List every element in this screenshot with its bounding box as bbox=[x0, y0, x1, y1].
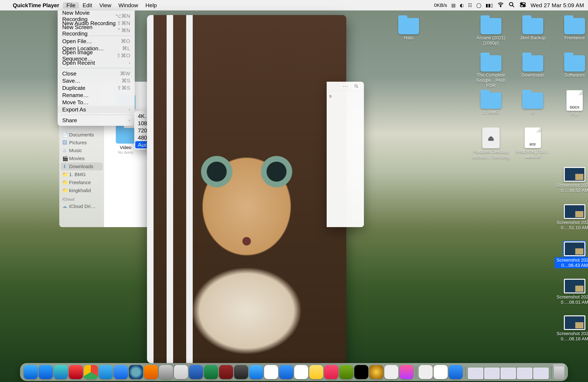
sidebar-item-freelance[interactable]: 📁Freelance bbox=[59, 178, 104, 186]
folder-icon bbox=[481, 18, 502, 34]
desktop-item[interactable]: Screenshot 2024-0…06.43 AM bbox=[555, 241, 588, 268]
folder-icon: ♫ bbox=[62, 148, 67, 153]
dock-app-app-gold[interactable] bbox=[369, 365, 383, 379]
dock-app-calendar[interactable] bbox=[264, 365, 278, 379]
desktop-item[interactable]: 0 bbox=[513, 92, 553, 115]
menu-item-open-file-[interactable]: Open File…⌘O bbox=[58, 38, 135, 45]
desktop-item[interactable]: Parallels Desktop Activati…Tool.dmg bbox=[471, 127, 511, 160]
desktop-item[interactable]: The Complete Google…PAID FOR bbox=[471, 55, 511, 88]
dock-app-reminders[interactable] bbox=[294, 365, 308, 379]
menu-item-save-[interactable]: Save…⌘S bbox=[58, 77, 135, 84]
menu-item-open-recent[interactable]: Open Recent› bbox=[58, 59, 135, 66]
menu-item-new-screen-recording[interactable]: New Screen Recording⌃⌘N bbox=[58, 27, 135, 34]
dock-app-photos[interactable] bbox=[434, 365, 448, 379]
desktop[interactable]: HaloArcane (2021) [1080p]Jibril BackupFr… bbox=[389, 18, 582, 340]
desktop-item[interactable]: Downloads bbox=[513, 55, 553, 78]
desktop-item[interactable]: Jibril Backup bbox=[513, 18, 553, 41]
dock-window-thumb[interactable] bbox=[517, 368, 532, 379]
dock-window-thumb[interactable] bbox=[501, 368, 516, 379]
desktop-item[interactable]: Freelance bbox=[555, 18, 588, 41]
dock-app-skype[interactable] bbox=[99, 365, 113, 379]
status-icon-1[interactable]: ▤ bbox=[451, 3, 456, 8]
menu-item-open-image-sequence-[interactable]: Open Image Sequence…⇧⌘O bbox=[58, 52, 135, 59]
battery-icon[interactable]: ▮▮▯ bbox=[485, 3, 493, 8]
menu-item-new-movie-recording[interactable]: New Movie Recording⌥⌘N bbox=[58, 12, 135, 20]
dock-app-finder[interactable] bbox=[24, 365, 38, 379]
folder-icon: ⬇ bbox=[62, 164, 67, 169]
menu-view[interactable]: View bbox=[96, 2, 115, 8]
user-icon[interactable]: ◯ bbox=[476, 3, 481, 8]
dock-app-chrome[interactable] bbox=[84, 365, 98, 379]
search-icon[interactable] bbox=[508, 1, 515, 9]
dock-app-appstore[interactable] bbox=[114, 365, 128, 379]
desktop-item[interactable]: Softwares bbox=[555, 55, 588, 78]
dock-app-quicktime[interactable] bbox=[129, 365, 143, 379]
dock-app-opera[interactable] bbox=[69, 365, 83, 379]
menu-item-export-as[interactable]: Export As› bbox=[58, 106, 135, 113]
dock-app-shortcuts[interactable] bbox=[399, 365, 413, 379]
dock-window-thumb[interactable] bbox=[468, 368, 483, 379]
desktop-item[interactable]: Halo bbox=[389, 18, 429, 41]
desktop-item[interactable]: DOCXPW bbox=[555, 90, 588, 117]
menu-file[interactable]: File bbox=[63, 2, 79, 8]
sidebar-item-1-bmg[interactable]: 📁1. BMG bbox=[59, 170, 104, 178]
dock-app-screenshot[interactable] bbox=[419, 365, 433, 379]
dock-app-app-b[interactable] bbox=[339, 365, 353, 379]
menu-item-rename-[interactable]: Rename… bbox=[58, 91, 135, 99]
app-name[interactable]: QuickTime Player bbox=[9, 2, 63, 8]
desktop-item[interactable]: Screenshot 2024-0….48.52 AM bbox=[555, 167, 588, 193]
sidebar-item-movies[interactable]: 🎬Movies bbox=[59, 154, 104, 162]
menu-item-share[interactable]: Share› bbox=[58, 117, 135, 124]
desktop-item[interactable]: Arcane (2021) [1080p] bbox=[471, 18, 511, 46]
dock-app-calculator[interactable] bbox=[234, 365, 248, 379]
wifi-icon[interactable] bbox=[497, 1, 504, 9]
dock-app-weather[interactable] bbox=[279, 365, 293, 379]
dock-app-music[interactable] bbox=[324, 365, 338, 379]
menu-help[interactable]: Help bbox=[142, 2, 160, 8]
menu-item-duplicate[interactable]: Duplicate⇧⌘S bbox=[58, 84, 135, 91]
folder-icon bbox=[481, 92, 502, 109]
dock-app-word[interactable] bbox=[189, 365, 203, 379]
sidebar-item-pictures[interactable]: 🖼Pictures bbox=[59, 139, 104, 147]
dock-app-files-app[interactable] bbox=[449, 365, 463, 379]
status-icon-2[interactable]: ◐ bbox=[460, 3, 464, 8]
desktop-item-label: Screenshot 2024-0….51.10 AM bbox=[555, 220, 588, 230]
dock-app-mail[interactable] bbox=[249, 365, 263, 379]
desktop-item[interactable]: RTFRead-me_Про…меня.rtf bbox=[513, 127, 553, 159]
dock-app-notes[interactable] bbox=[309, 365, 323, 379]
dock-app-excel[interactable] bbox=[204, 365, 218, 379]
dock-app-launchpad[interactable] bbox=[174, 365, 188, 379]
dock-app-dictionary[interactable] bbox=[219, 365, 233, 379]
status-icon-3[interactable]: ☷ bbox=[468, 3, 472, 8]
desktop-item[interactable]: Screenshot 2024-0….08.01 AM bbox=[555, 279, 588, 305]
dock bbox=[20, 363, 568, 381]
desktop-item[interactable]: 1. BMG bbox=[471, 92, 511, 115]
dock-app-safari[interactable] bbox=[39, 365, 53, 379]
desktop-item[interactable]: Screenshot 2024-0….08.16 AM bbox=[555, 315, 588, 341]
sidebar-item-kingkhalid[interactable]: 📁kingkhalid bbox=[59, 186, 104, 194]
quicktime-window[interactable] bbox=[147, 15, 346, 363]
screenshot-thumb-icon bbox=[564, 204, 585, 219]
dock-window-thumb[interactable] bbox=[484, 368, 500, 379]
dock-window-thumb[interactable] bbox=[533, 368, 549, 379]
desktop-item[interactable]: Screenshot 2024-0….51.10 AM bbox=[555, 204, 588, 230]
date-time[interactable]: Wed 27 Mar 5:09 AM bbox=[530, 2, 584, 8]
menu-edit[interactable]: Edit bbox=[79, 2, 96, 8]
desktop-item-label: Freelance bbox=[555, 35, 588, 41]
dock-app-activity[interactable] bbox=[354, 365, 368, 379]
search-icon[interactable] bbox=[352, 83, 361, 89]
menu-item-close[interactable]: Close⌘W bbox=[58, 70, 135, 77]
dock-app-edge[interactable] bbox=[54, 365, 68, 379]
dock-app-diskutil[interactable] bbox=[384, 365, 398, 379]
menu-item-move-to-[interactable]: Move To… bbox=[58, 99, 135, 106]
control-center-icon[interactable] bbox=[519, 1, 526, 9]
dock-app-vlc[interactable] bbox=[144, 365, 158, 379]
sidebar-item-documents[interactable]: 📄Documents bbox=[59, 131, 104, 139]
dock-app-settings[interactable] bbox=[159, 365, 173, 379]
trash-icon[interactable] bbox=[554, 366, 564, 379]
sidebar-item-icloud-dri-[interactable]: ☁iCloud Dri… bbox=[59, 202, 104, 210]
sidebar-item-downloads[interactable]: ⬇Downloads bbox=[61, 162, 103, 170]
menu-window[interactable]: Window bbox=[115, 2, 142, 8]
sidebar-item-music[interactable]: ♫Music bbox=[59, 147, 104, 154]
finder-toolbar-icon[interactable]: ⋯ bbox=[343, 83, 348, 89]
